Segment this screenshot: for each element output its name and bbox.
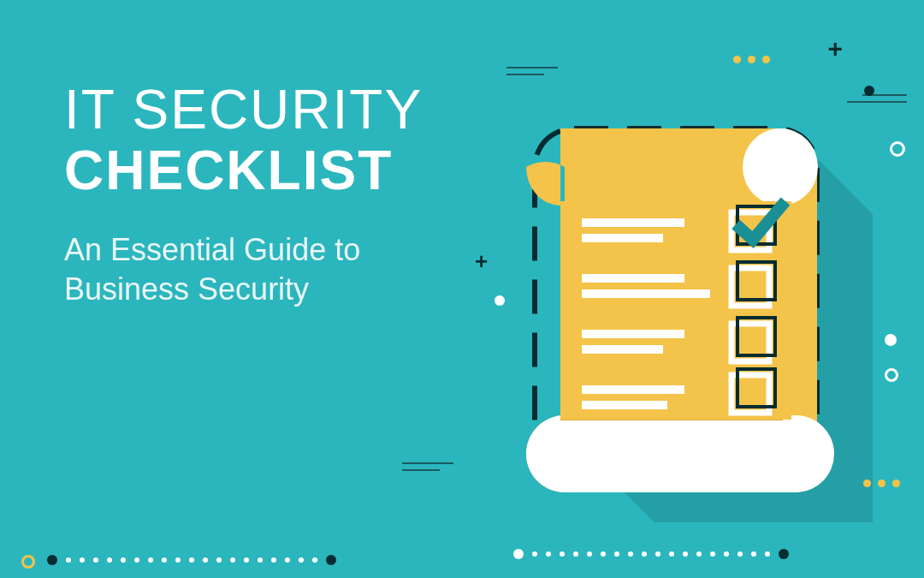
plus-icon: + — [475, 248, 488, 275]
svg-rect-9 — [582, 274, 684, 283]
decorative-dot — [495, 295, 505, 306]
svg-point-2 — [743, 128, 818, 206]
svg-rect-6 — [582, 234, 663, 242]
hero-text-block: IT SECURITY CHECKLIST An Essential Guide… — [64, 81, 423, 310]
decorative-ring — [885, 368, 898, 382]
decorative-dashes — [402, 462, 453, 476]
decorative-dashes — [506, 67, 558, 80]
svg-rect-18 — [582, 401, 667, 409]
decorative-dot — [864, 86, 874, 96]
subtitle: An Essential Guide to Business Security — [64, 230, 423, 311]
decorative-dot-row — [513, 549, 789, 559]
title-line-1: IT SECURITY — [64, 81, 423, 139]
plus-icon: + — [827, 34, 843, 63]
subtitle-line-1: An Essential Guide to — [64, 230, 423, 271]
decorative-ring — [890, 141, 905, 157]
svg-rect-13 — [582, 330, 684, 338]
svg-rect-10 — [582, 289, 710, 298]
decorative-dashes — [862, 94, 907, 108]
title-line-2: CHECKLIST — [64, 140, 423, 200]
decorative-ring — [21, 555, 35, 569]
checklist-illustration — [513, 120, 873, 522]
subtitle-line-2: Business Security — [64, 270, 423, 310]
svg-rect-17 — [582, 385, 684, 394]
svg-rect-14 — [582, 345, 663, 354]
svg-rect-5 — [582, 218, 684, 227]
decorative-dots — [863, 480, 900, 487]
decorative-dot — [885, 334, 897, 346]
decorative-dots — [733, 56, 770, 63]
decorative-dot-row — [47, 555, 336, 565]
